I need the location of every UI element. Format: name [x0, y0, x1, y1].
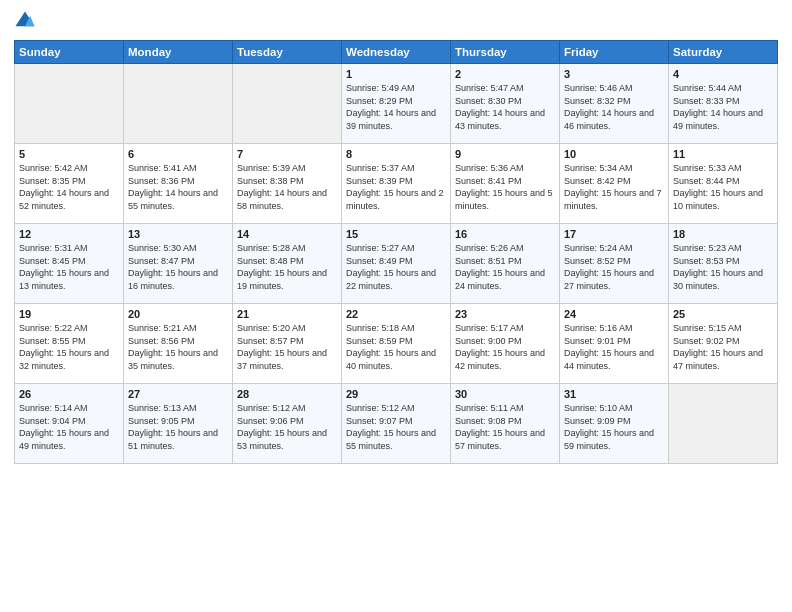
day-info: Sunrise: 5:17 AMSunset: 9:00 PMDaylight:…	[455, 322, 555, 372]
day-number: 10	[564, 148, 664, 160]
calendar-cell: 29Sunrise: 5:12 AMSunset: 9:07 PMDayligh…	[342, 384, 451, 464]
calendar-cell: 6Sunrise: 5:41 AMSunset: 8:36 PMDaylight…	[124, 144, 233, 224]
day-info: Sunrise: 5:16 AMSunset: 9:01 PMDaylight:…	[564, 322, 664, 372]
day-info: Sunrise: 5:33 AMSunset: 8:44 PMDaylight:…	[673, 162, 773, 212]
day-info: Sunrise: 5:22 AMSunset: 8:55 PMDaylight:…	[19, 322, 119, 372]
day-number: 12	[19, 228, 119, 240]
day-info: Sunrise: 5:49 AMSunset: 8:29 PMDaylight:…	[346, 82, 446, 132]
day-info: Sunrise: 5:18 AMSunset: 8:59 PMDaylight:…	[346, 322, 446, 372]
day-number: 5	[19, 148, 119, 160]
day-number: 9	[455, 148, 555, 160]
day-info: Sunrise: 5:30 AMSunset: 8:47 PMDaylight:…	[128, 242, 228, 292]
day-info: Sunrise: 5:12 AMSunset: 9:06 PMDaylight:…	[237, 402, 337, 452]
day-number: 24	[564, 308, 664, 320]
week-row: 5Sunrise: 5:42 AMSunset: 8:35 PMDaylight…	[15, 144, 778, 224]
calendar-cell: 4Sunrise: 5:44 AMSunset: 8:33 PMDaylight…	[669, 64, 778, 144]
logo-icon	[14, 10, 36, 32]
calendar-cell: 15Sunrise: 5:27 AMSunset: 8:49 PMDayligh…	[342, 224, 451, 304]
header-row: SundayMondayTuesdayWednesdayThursdayFrid…	[15, 41, 778, 64]
day-number: 25	[673, 308, 773, 320]
page: SundayMondayTuesdayWednesdayThursdayFrid…	[0, 0, 792, 612]
day-info: Sunrise: 5:20 AMSunset: 8:57 PMDaylight:…	[237, 322, 337, 372]
calendar-cell: 19Sunrise: 5:22 AMSunset: 8:55 PMDayligh…	[15, 304, 124, 384]
calendar-cell: 3Sunrise: 5:46 AMSunset: 8:32 PMDaylight…	[560, 64, 669, 144]
weekday-header: Thursday	[451, 41, 560, 64]
day-number: 3	[564, 68, 664, 80]
calendar-cell	[669, 384, 778, 464]
calendar-cell: 17Sunrise: 5:24 AMSunset: 8:52 PMDayligh…	[560, 224, 669, 304]
day-info: Sunrise: 5:39 AMSunset: 8:38 PMDaylight:…	[237, 162, 337, 212]
calendar-cell: 9Sunrise: 5:36 AMSunset: 8:41 PMDaylight…	[451, 144, 560, 224]
day-number: 11	[673, 148, 773, 160]
calendar-cell: 18Sunrise: 5:23 AMSunset: 8:53 PMDayligh…	[669, 224, 778, 304]
calendar-cell: 1Sunrise: 5:49 AMSunset: 8:29 PMDaylight…	[342, 64, 451, 144]
calendar-cell: 8Sunrise: 5:37 AMSunset: 8:39 PMDaylight…	[342, 144, 451, 224]
day-info: Sunrise: 5:11 AMSunset: 9:08 PMDaylight:…	[455, 402, 555, 452]
day-number: 19	[19, 308, 119, 320]
calendar-cell: 27Sunrise: 5:13 AMSunset: 9:05 PMDayligh…	[124, 384, 233, 464]
day-info: Sunrise: 5:41 AMSunset: 8:36 PMDaylight:…	[128, 162, 228, 212]
day-number: 16	[455, 228, 555, 240]
day-info: Sunrise: 5:46 AMSunset: 8:32 PMDaylight:…	[564, 82, 664, 132]
calendar-cell: 21Sunrise: 5:20 AMSunset: 8:57 PMDayligh…	[233, 304, 342, 384]
day-number: 2	[455, 68, 555, 80]
day-info: Sunrise: 5:15 AMSunset: 9:02 PMDaylight:…	[673, 322, 773, 372]
day-info: Sunrise: 5:21 AMSunset: 8:56 PMDaylight:…	[128, 322, 228, 372]
day-number: 18	[673, 228, 773, 240]
calendar-cell: 30Sunrise: 5:11 AMSunset: 9:08 PMDayligh…	[451, 384, 560, 464]
day-info: Sunrise: 5:28 AMSunset: 8:48 PMDaylight:…	[237, 242, 337, 292]
day-number: 14	[237, 228, 337, 240]
day-info: Sunrise: 5:47 AMSunset: 8:30 PMDaylight:…	[455, 82, 555, 132]
calendar-table: SundayMondayTuesdayWednesdayThursdayFrid…	[14, 40, 778, 464]
day-info: Sunrise: 5:13 AMSunset: 9:05 PMDaylight:…	[128, 402, 228, 452]
calendar-cell: 14Sunrise: 5:28 AMSunset: 8:48 PMDayligh…	[233, 224, 342, 304]
week-row: 12Sunrise: 5:31 AMSunset: 8:45 PMDayligh…	[15, 224, 778, 304]
calendar-cell	[233, 64, 342, 144]
calendar-cell: 10Sunrise: 5:34 AMSunset: 8:42 PMDayligh…	[560, 144, 669, 224]
calendar-cell: 22Sunrise: 5:18 AMSunset: 8:59 PMDayligh…	[342, 304, 451, 384]
calendar-cell: 25Sunrise: 5:15 AMSunset: 9:02 PMDayligh…	[669, 304, 778, 384]
day-info: Sunrise: 5:27 AMSunset: 8:49 PMDaylight:…	[346, 242, 446, 292]
calendar-cell: 23Sunrise: 5:17 AMSunset: 9:00 PMDayligh…	[451, 304, 560, 384]
day-number: 7	[237, 148, 337, 160]
week-row: 26Sunrise: 5:14 AMSunset: 9:04 PMDayligh…	[15, 384, 778, 464]
day-number: 21	[237, 308, 337, 320]
day-number: 29	[346, 388, 446, 400]
day-number: 1	[346, 68, 446, 80]
day-info: Sunrise: 5:36 AMSunset: 8:41 PMDaylight:…	[455, 162, 555, 212]
day-number: 30	[455, 388, 555, 400]
day-number: 20	[128, 308, 228, 320]
day-number: 31	[564, 388, 664, 400]
day-info: Sunrise: 5:24 AMSunset: 8:52 PMDaylight:…	[564, 242, 664, 292]
day-info: Sunrise: 5:12 AMSunset: 9:07 PMDaylight:…	[346, 402, 446, 452]
calendar-cell: 20Sunrise: 5:21 AMSunset: 8:56 PMDayligh…	[124, 304, 233, 384]
day-number: 6	[128, 148, 228, 160]
calendar-cell: 26Sunrise: 5:14 AMSunset: 9:04 PMDayligh…	[15, 384, 124, 464]
day-number: 17	[564, 228, 664, 240]
calendar-cell: 2Sunrise: 5:47 AMSunset: 8:30 PMDaylight…	[451, 64, 560, 144]
week-row: 1Sunrise: 5:49 AMSunset: 8:29 PMDaylight…	[15, 64, 778, 144]
calendar-cell: 24Sunrise: 5:16 AMSunset: 9:01 PMDayligh…	[560, 304, 669, 384]
weekday-header: Tuesday	[233, 41, 342, 64]
day-number: 28	[237, 388, 337, 400]
day-info: Sunrise: 5:37 AMSunset: 8:39 PMDaylight:…	[346, 162, 446, 212]
day-number: 27	[128, 388, 228, 400]
week-row: 19Sunrise: 5:22 AMSunset: 8:55 PMDayligh…	[15, 304, 778, 384]
weekday-header: Saturday	[669, 41, 778, 64]
calendar-cell: 7Sunrise: 5:39 AMSunset: 8:38 PMDaylight…	[233, 144, 342, 224]
calendar-cell: 12Sunrise: 5:31 AMSunset: 8:45 PMDayligh…	[15, 224, 124, 304]
calendar-cell: 11Sunrise: 5:33 AMSunset: 8:44 PMDayligh…	[669, 144, 778, 224]
day-number: 8	[346, 148, 446, 160]
weekday-header: Sunday	[15, 41, 124, 64]
day-number: 26	[19, 388, 119, 400]
weekday-header: Monday	[124, 41, 233, 64]
day-number: 22	[346, 308, 446, 320]
calendar-cell	[15, 64, 124, 144]
logo	[14, 10, 40, 32]
day-info: Sunrise: 5:23 AMSunset: 8:53 PMDaylight:…	[673, 242, 773, 292]
day-number: 23	[455, 308, 555, 320]
calendar-cell: 16Sunrise: 5:26 AMSunset: 8:51 PMDayligh…	[451, 224, 560, 304]
day-info: Sunrise: 5:26 AMSunset: 8:51 PMDaylight:…	[455, 242, 555, 292]
calendar-cell	[124, 64, 233, 144]
weekday-header: Wednesday	[342, 41, 451, 64]
